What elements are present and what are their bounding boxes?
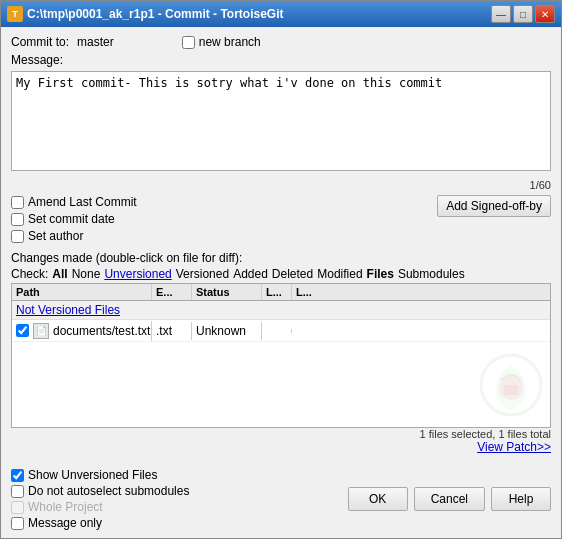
minimize-button[interactable]: —: [491, 5, 511, 23]
col-status-header: Status: [192, 284, 262, 300]
message-counter: 1/60: [11, 179, 551, 191]
message-only-row: Message only: [11, 516, 189, 530]
help-button[interactable]: Help: [491, 487, 551, 511]
cancel-button[interactable]: Cancel: [414, 487, 485, 511]
changes-section: Changes made (double-click on file for d…: [11, 251, 551, 454]
files-table-header: Path E... Status L... L...: [12, 284, 550, 301]
amend-last-commit-checkbox[interactable]: [11, 196, 24, 209]
content-area: Commit to: master new branch Message: <s…: [1, 27, 561, 538]
show-unversioned-label: Show Unversioned Files: [28, 468, 157, 482]
file-icon: 📄: [33, 323, 49, 339]
filter-submodules[interactable]: Submodules: [398, 267, 465, 281]
title-buttons: — □ ✕: [491, 5, 555, 23]
bottom-left-checks: Show Unversioned Files Do not autoselect…: [11, 468, 189, 530]
view-patch-link[interactable]: View Patch>>: [477, 440, 551, 454]
set-author-label: Set author: [28, 229, 83, 243]
amend-last-commit-label: Amend Last Commit: [28, 195, 137, 209]
table-row[interactable]: 📄 documents/test.txt .txt Unknown: [12, 320, 550, 342]
title-bar: T C:\tmp\p0001_ak_r1p1 - Commit - Tortoi…: [1, 1, 561, 27]
commit-to-label: Commit to:: [11, 35, 69, 49]
show-unversioned-row: Show Unversioned Files: [11, 468, 189, 482]
whole-project-label: Whole Project: [28, 500, 103, 514]
file-status-cell: Unknown: [192, 322, 262, 340]
commit-to-branch: master: [77, 35, 114, 49]
filter-unversioned[interactable]: Unversioned: [104, 267, 171, 281]
file-path: documents/test.txt: [53, 324, 150, 338]
window-title: C:\tmp\p0001_ak_r1p1 - Commit - Tortoise…: [27, 7, 284, 21]
set-author-checkbox[interactable]: [11, 230, 24, 243]
maximize-button[interactable]: □: [513, 5, 533, 23]
set-author-row: Set author: [11, 229, 429, 243]
changes-label: Changes made (double-click on file for d…: [11, 251, 551, 265]
signed-col: Add Signed-off-by: [437, 195, 551, 217]
amend-last-commit-row: Amend Last Commit: [11, 195, 429, 209]
filter-deleted[interactable]: Deleted: [272, 267, 313, 281]
new-branch-area: new branch: [182, 35, 261, 49]
do-not-autoselect-label: Do not autoselect submodules: [28, 484, 189, 498]
message-label-row: Message:: [11, 53, 551, 67]
file-l2-cell: [292, 329, 322, 333]
options-checks: Amend Last Commit Set commit date Set au…: [11, 195, 429, 243]
do-not-autoselect-checkbox[interactable]: [11, 485, 24, 498]
file-path-cell: 📄 documents/test.txt: [12, 321, 152, 341]
bottom-section: Show Unversioned Files Do not autoselect…: [11, 464, 551, 530]
col-path-header: Path: [12, 284, 152, 300]
col-l2-header: L...: [292, 284, 322, 300]
new-branch-label: new branch: [199, 35, 261, 49]
add-signed-off-button[interactable]: Add Signed-off-by: [437, 195, 551, 217]
tortoise-watermark: [476, 350, 546, 423]
do-not-autoselect-row: Do not autoselect submodules: [11, 484, 189, 498]
commit-to-row: Commit to: master new branch: [11, 35, 551, 49]
whole-project-checkbox[interactable]: [11, 501, 24, 514]
view-patch-row: View Patch>>: [11, 440, 551, 454]
file-ext-cell: .txt: [152, 322, 192, 340]
whole-project-row: Whole Project: [11, 500, 189, 514]
filter-row: Check: All None Unversioned Versioned Ad…: [11, 267, 551, 281]
title-bar-left: T C:\tmp\p0001_ak_r1p1 - Commit - Tortoi…: [7, 6, 284, 22]
check-label: Check:: [11, 267, 48, 281]
files-status-text: 1 files selected, 1 files total: [420, 428, 551, 440]
set-commit-date-label: Set commit date: [28, 212, 115, 226]
filter-none[interactable]: None: [72, 267, 101, 281]
col-ext-header: E...: [152, 284, 192, 300]
filter-all[interactable]: All: [52, 267, 67, 281]
main-window: T C:\tmp\p0001_ak_r1p1 - Commit - Tortoi…: [0, 0, 562, 539]
file-l1-cell: [262, 329, 292, 333]
close-button[interactable]: ✕: [535, 5, 555, 23]
file-checkbox[interactable]: [16, 324, 29, 337]
action-buttons: OK Cancel Help: [348, 487, 551, 511]
message-label: Message:: [11, 53, 63, 67]
show-unversioned-checkbox[interactable]: [11, 469, 24, 482]
filter-versioned[interactable]: Versioned: [176, 267, 229, 281]
message-input[interactable]: <span class="underline-red">My First</sp…: [11, 71, 551, 171]
set-commit-date-row: Set commit date: [11, 212, 429, 226]
message-container: <span class="underline-red">My First</sp…: [11, 71, 551, 174]
files-table: Path E... Status L... L... Not Versioned…: [11, 283, 551, 428]
options-signed-row: Amend Last Commit Set commit date Set au…: [11, 195, 551, 243]
message-only-label: Message only: [28, 516, 102, 530]
not-versioned-group-header: Not Versioned Files: [12, 301, 550, 320]
set-commit-date-checkbox[interactable]: [11, 213, 24, 226]
app-icon: T: [7, 6, 23, 22]
filter-files[interactable]: Files: [367, 267, 394, 281]
new-branch-checkbox[interactable]: [182, 36, 195, 49]
message-only-checkbox[interactable]: [11, 517, 24, 530]
filter-modified[interactable]: Modified: [317, 267, 362, 281]
col-l1-header: L...: [262, 284, 292, 300]
ok-button[interactable]: OK: [348, 487, 408, 511]
status-row: 1 files selected, 1 files total: [11, 428, 551, 440]
filter-added[interactable]: Added: [233, 267, 268, 281]
